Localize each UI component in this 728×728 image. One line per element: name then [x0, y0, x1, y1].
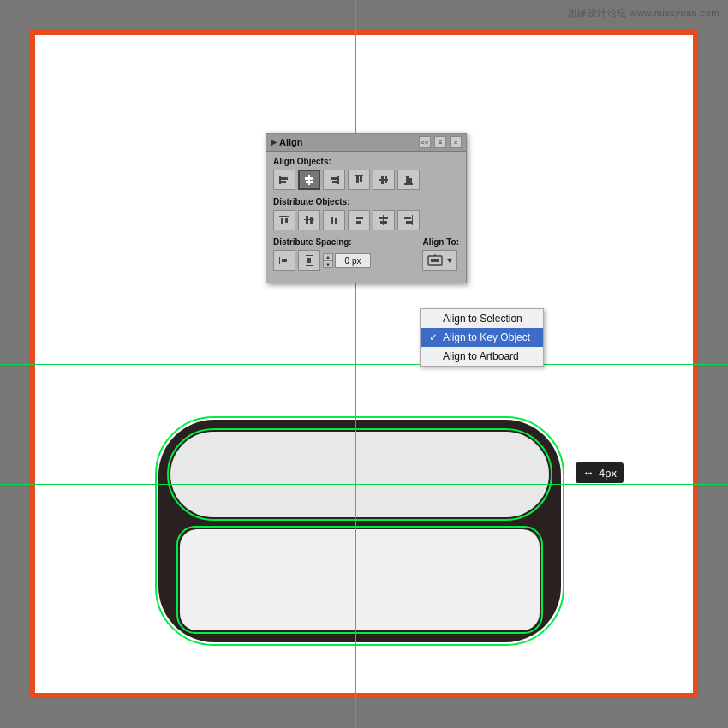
align-top-button[interactable]: [348, 170, 370, 190]
align-center-v-button[interactable]: [373, 170, 395, 190]
svg-rect-15: [404, 183, 413, 185]
crosshair-horizontal: [0, 364, 728, 365]
align-objects-label: Align Objects:: [273, 157, 459, 166]
svg-rect-29: [356, 221, 361, 224]
svg-rect-25: [331, 217, 333, 224]
spinner-up[interactable]: ▲: [323, 253, 333, 260]
svg-rect-5: [306, 181, 313, 183]
px-tooltip: ↔ 4px: [576, 462, 624, 483]
align-to-dropdown-menu: Align to Selection ✓Align to Key Object …: [420, 308, 544, 367]
dropdown-arrow-icon: ▼: [445, 256, 453, 265]
svg-rect-14: [385, 176, 387, 183]
dropdown-item-key-object[interactable]: ✓Align to Key Object: [421, 328, 543, 347]
watermark: 思缘设计论坛 www.missyuan.com: [568, 7, 719, 20]
svg-rect-31: [379, 217, 388, 219]
px-value: 4px: [599, 467, 617, 480]
align-to-label: Align To:: [422, 237, 459, 247]
align-objects-row: [273, 170, 459, 190]
resize-arrow-icon: ↔: [582, 466, 594, 480]
panel-title: Align: [279, 137, 303, 147]
space-v-button[interactable]: [298, 250, 320, 271]
svg-rect-16: [406, 176, 409, 183]
svg-rect-43: [431, 259, 439, 262]
align-right-button[interactable]: [323, 170, 345, 190]
svg-rect-20: [285, 218, 288, 223]
panel-controls: << ≡ ×: [419, 136, 462, 148]
svg-rect-4: [305, 177, 313, 180]
panel-collapse-button[interactable]: <<: [419, 136, 431, 148]
distribute-spacing-section: Distribute Spacing: ▲ ▼: [273, 237, 415, 277]
distribute-spacing-label: Distribute Spacing:: [273, 237, 415, 247]
svg-rect-37: [289, 257, 289, 264]
svg-rect-36: [279, 257, 280, 264]
align-to-dropdown[interactable]: ▼: [422, 250, 457, 271]
panel-body: Align Objects:: [266, 152, 466, 283]
svg-rect-40: [306, 265, 313, 266]
svg-rect-9: [355, 175, 363, 176]
svg-rect-23: [310, 217, 313, 224]
svg-rect-21: [304, 219, 314, 220]
svg-rect-8: [332, 181, 337, 183]
svg-rect-33: [412, 215, 413, 225]
spinner-down[interactable]: ▼: [323, 260, 333, 268]
panel-collapse-arrow[interactable]: ▶: [271, 138, 277, 146]
align-to-section: Align To: ▼: [422, 237, 459, 271]
crosshair-horizontal-2: [0, 484, 728, 485]
svg-rect-22: [306, 216, 308, 224]
svg-rect-13: [381, 176, 384, 184]
dist-center-v-button[interactable]: [373, 210, 395, 230]
check-mark-key-object: ✓: [429, 331, 439, 343]
svg-rect-26: [335, 218, 337, 224]
svg-rect-28: [356, 217, 363, 219]
align-center-h-button[interactable]: [298, 170, 320, 190]
dropdown-item-artboard[interactable]: Align to Artboard: [421, 347, 543, 366]
svg-rect-7: [331, 177, 337, 180]
selection-outline-inner-top: [167, 428, 552, 521]
panel-titlebar: ▶ Align << ≡ ×: [266, 134, 466, 152]
panel-close-button[interactable]: ×: [450, 136, 462, 148]
svg-rect-11: [360, 176, 362, 182]
svg-rect-34: [404, 217, 411, 219]
svg-rect-27: [355, 215, 355, 225]
svg-rect-32: [380, 221, 387, 224]
spacing-spinner[interactable]: ▲ ▼: [323, 253, 333, 268]
panel-title-area: ▶ Align: [271, 137, 303, 147]
icon-object[interactable]: [158, 420, 561, 642]
align-bottom-button[interactable]: [397, 170, 420, 190]
distribute-spacing-row: ▲ ▼: [273, 250, 415, 271]
dist-center-h-button[interactable]: [298, 210, 320, 230]
spacing-input-row: ▲ ▼: [323, 250, 371, 271]
dist-top-button[interactable]: [273, 210, 295, 230]
dist-right-button[interactable]: [397, 210, 420, 230]
svg-rect-0: [279, 176, 281, 184]
svg-rect-18: [279, 216, 289, 217]
bottom-section: Distribute Spacing: ▲ ▼: [273, 237, 459, 277]
dist-left-button[interactable]: [348, 210, 370, 230]
distribute-objects-row: [273, 210, 459, 230]
distribute-objects-label: Distribute Objects:: [273, 197, 459, 206]
align-panel: ▶ Align << ≡ × Align Objects:: [266, 133, 467, 283]
svg-rect-38: [282, 259, 287, 262]
svg-rect-1: [281, 177, 288, 180]
space-h-button[interactable]: [273, 250, 295, 271]
svg-rect-39: [306, 255, 313, 256]
svg-rect-10: [356, 176, 359, 183]
svg-rect-35: [406, 221, 412, 224]
svg-rect-19: [281, 218, 283, 224]
svg-rect-17: [409, 178, 412, 183]
dist-bottom-button[interactable]: [323, 210, 345, 230]
svg-rect-30: [383, 215, 384, 225]
svg-rect-24: [329, 224, 339, 224]
svg-rect-6: [337, 176, 339, 184]
panel-menu-button[interactable]: ≡: [434, 136, 446, 148]
svg-rect-41: [307, 258, 311, 263]
selection-outline-inner-bottom: [176, 526, 543, 634]
svg-rect-2: [281, 181, 286, 183]
dropdown-item-selection[interactable]: Align to Selection: [421, 309, 543, 328]
align-left-button[interactable]: [273, 170, 295, 190]
spacing-input[interactable]: [335, 253, 371, 268]
